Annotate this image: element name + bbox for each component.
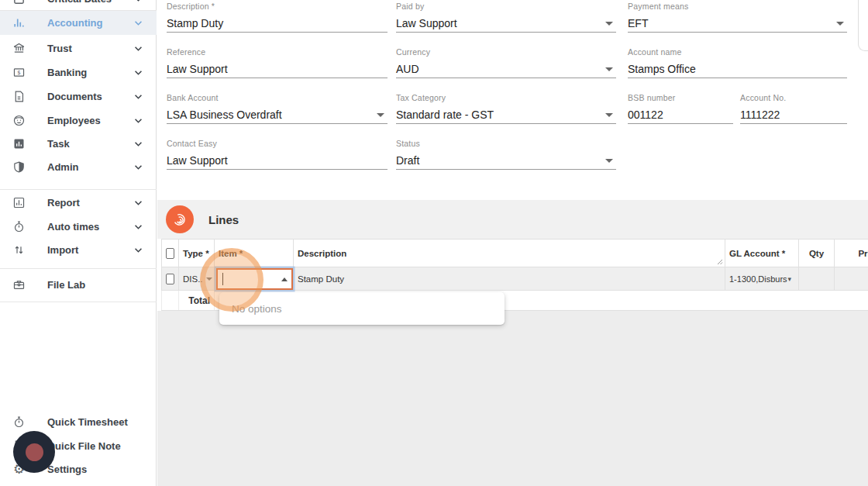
- header-select-cell: [161, 240, 179, 267]
- collapse-arrow-icon[interactable]: [281, 277, 288, 281]
- bsb-number-field: BSB number 001122: [628, 93, 733, 124]
- row-description-cell[interactable]: Stamp Duty: [294, 267, 725, 290]
- sidebar-item-auto-times[interactable]: Auto times: [0, 215, 157, 239]
- sidebar-item-label: Report: [47, 197, 80, 209]
- tax-category-select[interactable]: Standard rate - GST: [396, 105, 616, 124]
- status-field: Status Draft: [396, 139, 616, 170]
- sidebar-item-documents[interactable]: Documents: [0, 84, 157, 109]
- header-description[interactable]: Description: [294, 240, 725, 267]
- reference-input[interactable]: Law Support: [167, 60, 388, 78]
- chevron-down-icon: [134, 70, 143, 75]
- chevron-down-icon: [134, 46, 143, 51]
- type-dropdown-arrow-icon[interactable]: [206, 277, 212, 281]
- header-qty[interactable]: Qty: [799, 240, 835, 267]
- sidebar-item-import[interactable]: Import: [0, 238, 157, 262]
- field-label: Paid by: [396, 2, 616, 14]
- account-no-field: Account No. 1111222: [740, 93, 847, 124]
- sidebar-item-employees[interactable]: Employees: [0, 109, 157, 133]
- paid-by-select[interactable]: Law Support: [396, 14, 616, 33]
- dropdown-arrow-icon: [605, 22, 613, 26]
- dropdown-arrow-icon: [605, 67, 613, 71]
- contact-easy-field: Contact Easy Law Support: [167, 139, 388, 170]
- import-arrows-icon: [12, 243, 26, 257]
- sidebar-item-file-lab[interactable]: File Lab: [0, 272, 157, 298]
- document-icon: [12, 89, 26, 104]
- field-label: Currency: [396, 47, 616, 60]
- sidebar-item-label: Quick File Note: [47, 440, 121, 452]
- currency-select[interactable]: AUD: [396, 60, 616, 78]
- sidebar-item-critical-dates[interactable]: Critical Dates: [0, 0, 157, 11]
- sidebar-item-trust[interactable]: Trust: [0, 36, 157, 60]
- row-price-cell[interactable]: [835, 267, 868, 290]
- chevron-down-icon: [134, 200, 143, 205]
- gl-combo-arrow-icon[interactable]: ▾: [788, 275, 792, 283]
- briefcase-icon: [12, 277, 26, 292]
- sidebar-item-quick-timesheet[interactable]: Quick Timesheet: [0, 410, 157, 434]
- paid-by-field: Paid by Law Support: [396, 2, 616, 33]
- currency-field: Currency AUD: [396, 47, 616, 78]
- account-name-field: Account name Stamps Office: [628, 47, 847, 78]
- sidebar-item-label: Quick Timesheet: [47, 416, 128, 428]
- account-name-input[interactable]: Stamps Office: [628, 60, 847, 78]
- sidebar: Critical Dates Accounting Trust: [0, 0, 157, 486]
- chevron-down-icon: [134, 0, 143, 2]
- sidebar-item-accounting[interactable]: Accounting: [0, 11, 157, 35]
- field-label: Contact Easy: [167, 139, 388, 151]
- sidebar-item-label: File Lab: [47, 279, 85, 291]
- column-resize-handle-icon[interactable]: [717, 259, 723, 265]
- contact-easy-input[interactable]: Law Support: [167, 151, 388, 170]
- task-chart-icon: [12, 136, 26, 151]
- sidebar-item-label: Trust: [47, 43, 72, 54]
- svg-text:$: $: [17, 69, 21, 76]
- row-qty-cell[interactable]: [799, 267, 835, 290]
- row-gl-account-cell[interactable]: 1-1300,Disburs▾: [725, 267, 799, 290]
- row-type-cell[interactable]: DIS..: [179, 267, 215, 290]
- sidebar-item-task[interactable]: Task: [0, 132, 157, 156]
- description-field: Description * Stamp Duty: [167, 2, 388, 33]
- chevron-down-icon: [134, 164, 143, 170]
- item-dropdown-panel: No options: [219, 292, 505, 325]
- sidebar-item-label: Import: [47, 244, 78, 256]
- reference-field: Reference Law Support: [167, 47, 388, 78]
- row-select-cell: [161, 267, 179, 290]
- bank-account-select[interactable]: LSA Business Overdraft: [167, 105, 388, 124]
- header-price[interactable]: Price: [835, 240, 868, 267]
- dollar-card-icon: $: [12, 65, 26, 80]
- lines-table-header: Type * Item * Description GL Account * Q…: [161, 239, 868, 267]
- bsb-number-input[interactable]: 001122: [628, 105, 733, 124]
- content-background: [157, 311, 868, 486]
- account-no-input[interactable]: 1111222: [740, 105, 847, 124]
- overlay-panel-corner: [858, 0, 868, 51]
- header-gl-account[interactable]: GL Account *: [725, 240, 799, 267]
- sidebar-item-admin[interactable]: Admin: [0, 155, 157, 179]
- payment-means-select[interactable]: EFT: [628, 14, 847, 33]
- sidebar-item-banking[interactable]: $ Banking: [0, 60, 157, 84]
- chevron-down-icon: [134, 20, 143, 26]
- header-item[interactable]: Item *: [215, 240, 294, 267]
- divider: [0, 189, 157, 190]
- dropdown-arrow-icon: [836, 22, 844, 26]
- field-label: Account name: [628, 47, 847, 60]
- description-input[interactable]: Stamp Duty: [167, 14, 388, 33]
- sidebar-item-label: Task: [47, 138, 70, 150]
- dropdown-arrow-icon: [377, 113, 384, 117]
- sidebar-item-label: Accounting: [47, 17, 103, 29]
- row-checkbox[interactable]: [166, 274, 174, 284]
- status-select[interactable]: Draft: [396, 151, 616, 170]
- header-type[interactable]: Type *: [179, 240, 215, 267]
- field-label: Reference: [167, 47, 388, 60]
- divider: [0, 268, 157, 269]
- field-label: Tax Category: [396, 93, 616, 105]
- select-all-checkbox[interactable]: [166, 248, 174, 259]
- bar-chart-icon: [12, 16, 26, 30]
- divider: [0, 302, 157, 302]
- sidebar-item-report[interactable]: Report: [0, 191, 157, 215]
- recording-indicator[interactable]: [13, 431, 55, 473]
- sidebar-item-label: Critical Dates: [47, 0, 112, 5]
- item-input[interactable]: [216, 268, 293, 290]
- chevron-down-icon: [134, 224, 143, 229]
- bank-icon: [12, 41, 26, 56]
- chevron-down-icon: [134, 118, 143, 123]
- report-icon: [12, 195, 26, 210]
- tax-category-field: Tax Category Standard rate - GST: [396, 93, 616, 124]
